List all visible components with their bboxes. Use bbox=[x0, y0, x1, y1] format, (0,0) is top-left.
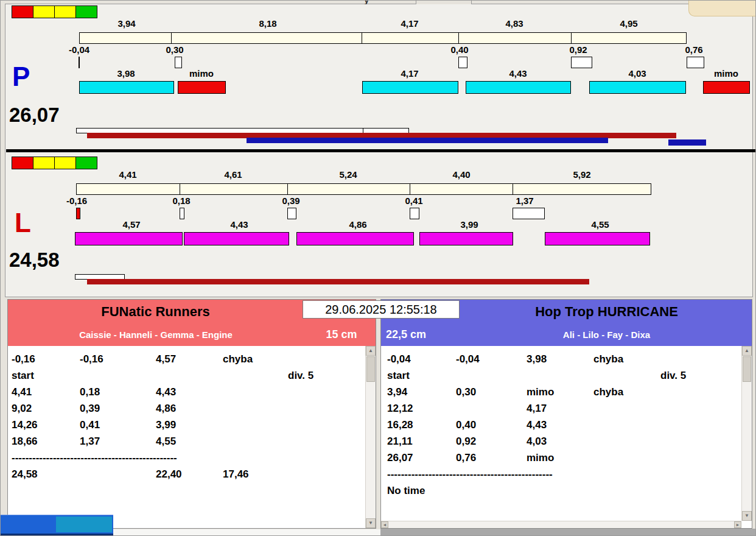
cell: 4,43 bbox=[527, 419, 593, 431]
result-row: -0,04-0,043,98chyba bbox=[387, 353, 741, 370]
lane-l-run-bar bbox=[296, 232, 414, 245]
lane-l-split-bar bbox=[76, 183, 651, 195]
cell: 16,28 bbox=[387, 419, 456, 431]
lane-l-split-label: 5,92 bbox=[564, 169, 600, 180]
lane-p-progress-blue-bar bbox=[247, 138, 608, 143]
scroll-down-button[interactable]: ▼ bbox=[366, 518, 376, 528]
background-window-fragment-accent bbox=[56, 517, 112, 532]
lane-l-exchange-label: 0,41 bbox=[396, 196, 432, 206]
left-team-members: Caissie - Hanneli - Gemma - Engine bbox=[8, 330, 304, 340]
cell: chyba bbox=[223, 353, 288, 365]
split-segment bbox=[80, 33, 171, 43]
right-panel-subheader: 22,5 cm Ali - Lilo - Fay - Dixa bbox=[381, 323, 752, 346]
result-row: startdiv. 5 bbox=[387, 370, 741, 386]
status-light-green bbox=[75, 157, 97, 169]
lane-l-run-label: 4,86 bbox=[337, 219, 379, 230]
bottom-white-strip bbox=[113, 529, 380, 536]
result-row: 9,020,394,86 bbox=[12, 403, 365, 419]
cell: 0,92 bbox=[456, 436, 527, 448]
right-results-body[interactable]: -0,04-0,043,98chyba startdiv. 5 3,940,30… bbox=[381, 346, 741, 521]
lane-l-run-bar bbox=[419, 232, 513, 245]
lane-p-split-label: 3,94 bbox=[108, 18, 145, 29]
result-row: 3,940,30mimochyba bbox=[387, 386, 741, 403]
scroll-up-button[interactable]: ▲ bbox=[742, 346, 752, 356]
status-light-yellow-1 bbox=[33, 5, 55, 18]
scroll-left-button[interactable]: ◄ bbox=[381, 521, 388, 528]
left-results-body[interactable]: -0,16-0,164,57chyba startdiv. 5 4,410,18… bbox=[8, 346, 365, 528]
cell: div. 5 bbox=[288, 370, 365, 382]
progress-bar-divider bbox=[363, 129, 363, 133]
split-segment bbox=[180, 184, 287, 194]
status-light-yellow-1 bbox=[33, 157, 55, 169]
status-light-red bbox=[12, 5, 33, 18]
cell: 0,39 bbox=[80, 403, 156, 415]
cell: 4,57 bbox=[156, 353, 223, 365]
lane-l-exchange-box bbox=[180, 208, 184, 219]
lane-p-exchange-box bbox=[458, 57, 467, 68]
lane-l-run-bar bbox=[184, 232, 289, 245]
background-window-corner bbox=[688, 0, 756, 16]
right-hurdle-height: 22,5 cm bbox=[386, 328, 426, 341]
lane-p-progress-blue-bar-2 bbox=[668, 139, 706, 146]
lane-p-run-label: 4,43 bbox=[497, 68, 539, 79]
bottom-gray-strip bbox=[380, 529, 756, 536]
lane-p-exchange-label: -0,04 bbox=[61, 44, 97, 55]
result-row: 16,280,404,43 bbox=[387, 419, 741, 436]
result-row: 18,661,374,55 bbox=[12, 436, 365, 452]
cell: 18,66 bbox=[12, 436, 80, 448]
lane-p-run-label: mimo bbox=[180, 68, 223, 79]
lane-p-split-label: 4,17 bbox=[391, 18, 428, 29]
lane-p-run-bar bbox=[362, 81, 458, 94]
cell: 4,43 bbox=[156, 386, 223, 398]
cell: mimo bbox=[527, 386, 593, 398]
status-light-yellow-2 bbox=[54, 157, 76, 169]
lane-p-exchange-tick bbox=[79, 57, 80, 68]
lane-p-exchange-label: 0,92 bbox=[560, 44, 597, 55]
lane-p-run-label: 4,17 bbox=[388, 68, 431, 79]
team-panel-right: Hop Trop HURRICANE 22,5 cm Ali - Lilo - … bbox=[380, 299, 752, 529]
lane-l-run-bar bbox=[545, 232, 650, 245]
lane-l-total-time: 24,58 bbox=[9, 250, 60, 270]
lane-l-split-label: 4,41 bbox=[110, 169, 146, 180]
cell: 0,76 bbox=[456, 452, 527, 464]
lane-l-run-bar bbox=[75, 232, 183, 245]
cell: start bbox=[387, 370, 456, 382]
lane-l-split-label: 4,40 bbox=[443, 169, 480, 180]
result-row: 21,110,924,03 bbox=[387, 436, 741, 452]
left-panel-scrollbar[interactable]: ▲ ▼ bbox=[365, 346, 376, 528]
title-fragment-text: y bbox=[364, 0, 369, 4]
cell: 0,18 bbox=[80, 386, 156, 398]
status-light-yellow-2 bbox=[54, 5, 76, 18]
cell: 3,94 bbox=[387, 386, 456, 398]
lane-p-exchange-box bbox=[687, 57, 704, 68]
cell: 1,37 bbox=[80, 436, 156, 448]
split-segment bbox=[513, 184, 651, 194]
lane-l-exchange-label: 0,18 bbox=[163, 196, 200, 206]
scroll-up-button[interactable]: ▲ bbox=[366, 346, 376, 356]
scroll-down-button[interactable]: ▼ bbox=[742, 511, 752, 521]
lane-p-exchange-box bbox=[571, 57, 592, 68]
cell: 22,40 bbox=[156, 468, 223, 481]
cell: chyba bbox=[593, 386, 660, 398]
cell: -0,16 bbox=[12, 353, 80, 365]
cell: 0,30 bbox=[456, 386, 527, 398]
cell: 0,41 bbox=[80, 419, 156, 431]
lane-l-run-label: 4,55 bbox=[579, 219, 621, 230]
result-row: 14,260,413,99 bbox=[12, 419, 365, 436]
result-row: 4,410,184,43 bbox=[12, 386, 365, 403]
cell: 14,26 bbox=[12, 419, 80, 431]
scroll-thumb[interactable] bbox=[743, 356, 751, 382]
right-panel-scrollbar[interactable]: ▲ ▼ bbox=[741, 346, 752, 521]
result-row: startdiv. 5 bbox=[12, 370, 365, 386]
lane-p-miss-bar bbox=[703, 81, 750, 94]
no-time-row: No time bbox=[387, 485, 741, 501]
scroll-right-button[interactable]: ► bbox=[734, 521, 741, 528]
right-panel-hscrollbar[interactable]: ◄ ► bbox=[381, 521, 741, 528]
summary-row: 24,5822,4017,46 bbox=[12, 468, 365, 485]
scroll-thumb[interactable] bbox=[366, 356, 375, 382]
result-row: 26,070,76mimo bbox=[387, 452, 741, 468]
cell: 4,41 bbox=[12, 386, 80, 398]
background-window-fragment[interactable] bbox=[0, 515, 113, 536]
team-panel-left: FUNatic Runners Caissie - Hanneli - Gemm… bbox=[7, 299, 376, 529]
result-row: 12,124,17 bbox=[387, 403, 741, 419]
